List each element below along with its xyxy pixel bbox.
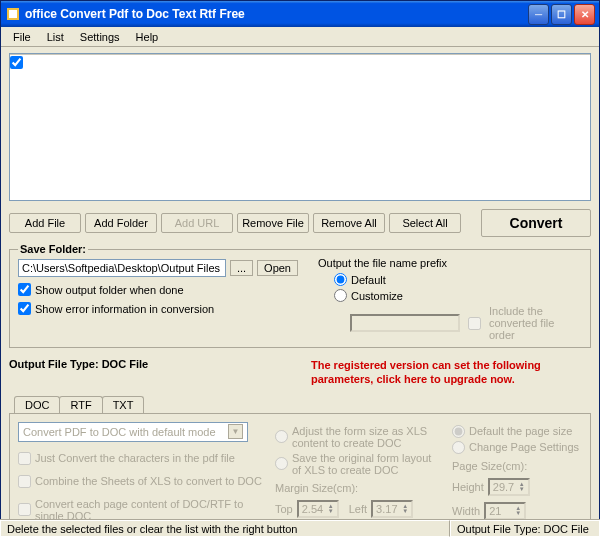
upgrade-link[interactable]: The registered version can set the follo…	[311, 358, 591, 387]
save-folder-legend: Save Folder:	[18, 243, 88, 255]
each-page-checkbox	[18, 503, 31, 516]
just-chars-checkbox	[18, 452, 31, 465]
adjust-form-radio	[275, 430, 288, 443]
status-hint: Delete the selected files or clear the l…	[0, 520, 450, 537]
include-order-checkbox	[468, 317, 481, 330]
file-row[interactable]	[10, 55, 590, 70]
show-error-checkbox[interactable]	[18, 302, 31, 315]
output-path-input[interactable]	[18, 259, 226, 277]
close-button[interactable]: ✕	[574, 4, 595, 25]
adjust-form-label: Adjust the form size as XLS content to c…	[292, 425, 440, 449]
menu-list[interactable]: List	[39, 29, 72, 44]
menu-settings[interactable]: Settings	[72, 29, 128, 44]
select-all-button[interactable]: Select All	[389, 213, 461, 233]
add-file-button[interactable]: Add File	[9, 213, 81, 233]
default-page-radio	[452, 425, 465, 438]
each-page-label: Convert each page content of DOC/RTF to …	[35, 498, 263, 522]
combine-xls-label: Combine the Sheets of XLS to convert to …	[35, 475, 262, 487]
prefix-label: Output the file name prefix	[318, 257, 582, 269]
menu-help[interactable]: Help	[128, 29, 167, 44]
save-layout-radio	[275, 457, 288, 470]
menubar: File List Settings Help	[1, 27, 599, 47]
file-list[interactable]	[9, 53, 591, 201]
add-url-button: Add URL	[161, 213, 233, 233]
tab-rtf[interactable]: RTF	[59, 396, 102, 413]
default-page-label: Default the page size	[469, 425, 572, 437]
app-icon	[5, 6, 21, 22]
prefix-customize-label: Customize	[351, 290, 403, 302]
add-folder-button[interactable]: Add Folder	[85, 213, 157, 233]
save-layout-label: Save the original form layout of XLS to …	[292, 452, 440, 476]
browse-button[interactable]: ...	[230, 260, 253, 276]
margin-top-spinner: 2.54▲▼	[297, 500, 339, 518]
show-folder-label: Show output folder when done	[35, 284, 184, 296]
remove-file-button[interactable]: Remove File	[237, 213, 309, 233]
tab-txt[interactable]: TXT	[102, 396, 145, 413]
page-width-spinner: 21▲▼	[484, 502, 526, 520]
change-page-radio	[452, 441, 465, 454]
open-button[interactable]: Open	[257, 260, 298, 276]
convert-button[interactable]: Convert	[481, 209, 591, 237]
prefix-customize-radio[interactable]	[334, 289, 347, 302]
margin-left-spinner: 3.17▲▼	[371, 500, 413, 518]
menu-file[interactable]: File	[5, 29, 39, 44]
file-checkbox[interactable]	[10, 56, 23, 69]
show-error-label: Show error information in conversion	[35, 303, 214, 315]
page-height-spinner: 29.7▲▼	[488, 478, 530, 496]
show-folder-checkbox[interactable]	[18, 283, 31, 296]
window-title: office Convert Pdf to Doc Text Rtf Free	[25, 7, 528, 21]
prefix-input	[350, 314, 460, 332]
output-type-label: Output File Type: DOC File The registere…	[9, 358, 591, 370]
just-chars-label: Just Convert the characters in the pdf f…	[35, 452, 235, 464]
combine-xls-checkbox	[18, 475, 31, 488]
mode-combo: Convert PDF to DOC with default mode▼	[18, 422, 248, 442]
include-order-label: Include the converted file order	[489, 305, 582, 341]
prefix-default-label: Default	[351, 274, 386, 286]
maximize-button[interactable]: ☐	[551, 4, 572, 25]
save-folder-group: Save Folder: ... Open Show output folder…	[9, 243, 591, 348]
page-size-label: Page Size(cm):	[452, 460, 582, 472]
statusbar: Delete the selected files or clear the l…	[0, 519, 600, 537]
change-page-label: Change Page Settings	[469, 441, 579, 453]
prefix-default-radio[interactable]	[334, 273, 347, 286]
svg-rect-1	[9, 10, 17, 18]
margin-label: Margin Size(cm):	[275, 482, 440, 494]
minimize-button[interactable]: ─	[528, 4, 549, 25]
status-output-type: Output File Type: DOC File	[450, 520, 600, 537]
chevron-down-icon: ▼	[228, 424, 243, 439]
tab-doc[interactable]: DOC	[14, 396, 60, 413]
titlebar: office Convert Pdf to Doc Text Rtf Free …	[1, 1, 599, 27]
remove-all-button[interactable]: Remove All	[313, 213, 385, 233]
